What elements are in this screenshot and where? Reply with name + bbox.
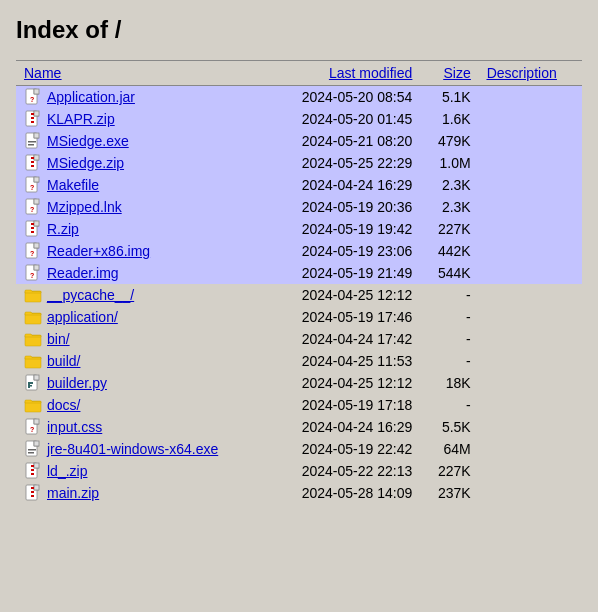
file-link[interactable]: build/ [47, 353, 80, 369]
file-link[interactable]: Reader+x86.img [47, 243, 150, 259]
file-description [479, 416, 582, 438]
table-row: ? Application.jar2024-05-20 08:545.1K [16, 86, 582, 109]
file-link[interactable]: Makefile [47, 177, 99, 193]
file-link[interactable]: bin/ [47, 331, 70, 347]
file-size: 442K [420, 240, 478, 262]
file-name-cell: ld_.zip [16, 460, 268, 482]
svg-rect-41 [28, 382, 33, 384]
sort-desc-link[interactable]: Description [487, 65, 557, 81]
table-row: bin/2024-04-24 17:42- [16, 328, 582, 350]
file-size: 227K [420, 460, 478, 482]
file-size: - [420, 328, 478, 350]
svg-rect-5 [31, 113, 34, 115]
table-row: jre-8u401-windows-x64.exe2024-05-19 22:4… [16, 438, 582, 460]
svg-rect-53 [31, 465, 34, 467]
file-generic-icon: ? [24, 198, 42, 216]
table-row: application/2024-05-19 17:46- [16, 306, 582, 328]
file-size: 479K [420, 130, 478, 152]
file-link[interactable]: KLAPR.zip [47, 111, 115, 127]
file-name-cell: MSiedge.exe [16, 130, 268, 152]
folder-icon [24, 286, 42, 304]
svg-rect-14 [31, 157, 34, 159]
svg-rect-48 [34, 441, 39, 446]
svg-text:?: ? [30, 250, 34, 257]
file-size: 5.1K [420, 86, 478, 109]
file-name-cell: ? Application.jar [16, 86, 268, 109]
table-row: ld_.zip2024-05-22 22:13227K [16, 460, 582, 482]
file-modified: 2024-05-19 22:42 [268, 438, 420, 460]
col-header-size[interactable]: Size [420, 61, 478, 86]
col-header-modified[interactable]: Last modified [268, 61, 420, 86]
sort-modified-link[interactable]: Last modified [329, 65, 412, 81]
table-row: ? Reader.img2024-05-19 21:49544K [16, 262, 582, 284]
svg-rect-7 [31, 121, 34, 123]
file-description [479, 152, 582, 174]
file-description [479, 174, 582, 196]
file-size: 1.0M [420, 152, 478, 174]
file-modified: 2024-05-19 21:49 [268, 262, 420, 284]
svg-rect-59 [31, 491, 34, 493]
sort-name-link[interactable]: Name [24, 65, 61, 81]
file-modified: 2024-04-25 12:12 [268, 372, 420, 394]
file-link[interactable]: builder.py [47, 375, 107, 391]
file-zip-icon [24, 154, 42, 172]
file-name-cell: ? Reader+x86.img [16, 240, 268, 262]
file-modified: 2024-04-24 16:29 [268, 416, 420, 438]
file-modified: 2024-04-24 17:42 [268, 328, 420, 350]
col-header-description[interactable]: Description [479, 61, 582, 86]
file-link[interactable]: Application.jar [47, 89, 135, 105]
table-row: builder.py2024-04-25 12:1218K [16, 372, 582, 394]
svg-rect-18 [34, 177, 39, 182]
file-link[interactable]: docs/ [47, 397, 80, 413]
page-title: Index of / [16, 16, 582, 44]
folder-icon [24, 330, 42, 348]
file-size: - [420, 306, 478, 328]
svg-text:?: ? [30, 206, 34, 213]
file-name-cell: R.zip [16, 218, 268, 240]
file-description [479, 328, 582, 350]
file-link[interactable]: input.css [47, 419, 102, 435]
file-size: 2.3K [420, 196, 478, 218]
file-exe-icon [24, 440, 42, 458]
file-link[interactable]: MSiedge.exe [47, 133, 129, 149]
file-link[interactable]: R.zip [47, 221, 79, 237]
file-zip-icon [24, 110, 42, 128]
file-generic-icon: ? [24, 418, 42, 436]
file-link[interactable]: jre-8u401-windows-x64.exe [47, 441, 218, 457]
file-link[interactable]: ld_.zip [47, 463, 87, 479]
svg-rect-50 [28, 452, 34, 454]
file-modified: 2024-05-19 17:18 [268, 394, 420, 416]
svg-rect-26 [31, 227, 34, 229]
file-name-cell: application/ [16, 306, 268, 328]
file-description [479, 130, 582, 152]
sort-size-link[interactable]: Size [443, 65, 470, 81]
file-name-cell: build/ [16, 350, 268, 372]
file-description [479, 196, 582, 218]
file-link[interactable]: application/ [47, 309, 118, 325]
file-description [479, 108, 582, 130]
file-generic-icon: ? [24, 242, 42, 260]
file-exe-icon [24, 132, 42, 150]
svg-text:?: ? [30, 426, 34, 433]
svg-rect-52 [34, 463, 39, 468]
file-link[interactable]: __pycache__/ [47, 287, 134, 303]
svg-rect-10 [28, 141, 36, 143]
svg-rect-39 [34, 375, 39, 380]
file-size: - [420, 284, 478, 306]
file-link[interactable]: Reader.img [47, 265, 119, 281]
file-modified: 2024-05-19 19:42 [268, 218, 420, 240]
svg-rect-57 [34, 485, 39, 490]
file-size: 227K [420, 218, 478, 240]
folder-icon [24, 396, 42, 414]
file-link[interactable]: Mzipped.lnk [47, 199, 122, 215]
file-link[interactable]: main.zip [47, 485, 99, 501]
file-modified: 2024-05-22 22:13 [268, 460, 420, 482]
file-link[interactable]: MSiedge.zip [47, 155, 124, 171]
file-listing-table: Name Last modified Size Description ? Ap… [16, 60, 582, 504]
col-header-name[interactable]: Name [16, 61, 268, 86]
svg-rect-11 [28, 144, 34, 146]
file-modified: 2024-05-19 23:06 [268, 240, 420, 262]
table-row: R.zip2024-05-19 19:42227K [16, 218, 582, 240]
file-description [479, 86, 582, 109]
file-generic-icon: ? [24, 264, 42, 282]
